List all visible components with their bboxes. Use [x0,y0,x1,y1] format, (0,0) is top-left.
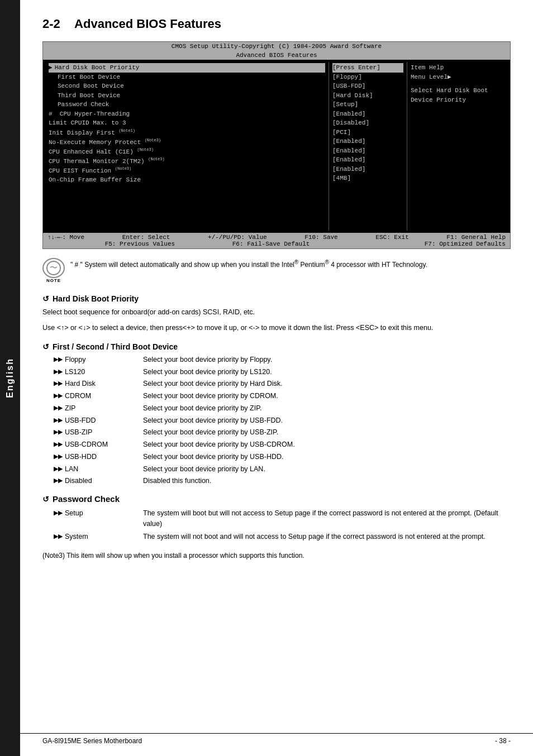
bios-value-password: [Setup] [332,100,403,109]
bios-nav-f10: F10: Save [304,234,337,241]
boot-device-list: ▶▶ Floppy Select your boot device priori… [54,355,511,486]
hard-disk-boot-para1: Select boot sequence for onboard(or add-… [42,307,511,318]
bios-row-password-check[interactable]: Password Check [49,100,325,109]
boot-item-usbhdd: ▶▶ USB-HDD Select your boot device prior… [54,452,511,462]
note-icon: 〜 [42,258,65,278]
hard-disk-boot-para2: Use <↑> or <↓> to select a device, then … [42,322,511,333]
sidebar-label: English [5,358,15,398]
boot-item-usbcdrom: ▶▶ USB-CDROM Select your boot device pri… [54,439,511,450]
bios-header-2: Advanced BIOS Features [43,51,510,60]
footer-left: GA-8I915ME Series Motherboard [42,737,142,745]
password-check-title: Password Check [53,494,120,504]
bios-nav-f7: F7: Optimized Defaults [425,241,506,247]
hard-disk-boot-header: Hard Disk Boot Priority [42,294,511,303]
bios-nav-move: ↑↓→←: Move [47,234,84,241]
bios-help-device-priority: Device Priority [411,95,505,105]
bios-help-menu-level: Menu Level▶ [411,73,505,82]
note-box: 〜 NOTE " # " System will detect automati… [42,258,511,283]
bios-value-cpu-thermal: [Enabled] [332,155,403,165]
footer-right: - 38 - [495,737,511,745]
boot-device-header: First / Second / Third Boot Device [42,342,511,351]
boot-device-title: First / Second / Third Boot Device [53,342,178,351]
bios-nav-f1: F1: General Help [446,234,506,241]
boot-item-ls120: ▶▶ LS120 Select your boot device priorit… [54,367,511,377]
password-check-header: Password Check [42,494,511,504]
bios-footer-row1: ↑↓→←: Move Enter: Select +/-/PU/PD: Valu… [47,234,506,241]
bios-row-hard-disk-boot[interactable]: ▶ Hard Disk Boot Priority [49,63,325,73]
bios-value-first-boot: [Floppy] [332,73,403,82]
bios-value-third-boot: [Hard Disk] [332,91,403,101]
bios-row-hyper-threading[interactable]: # CPU Hyper-Threading [49,109,325,119]
bios-row-limit-cpuid[interactable]: Limit CPUID Max. to 3 [49,118,325,128]
password-system-item: ▶▶ System The system will not boot and w… [54,532,511,542]
section-number: 2-2 [42,17,60,31]
page-footer: GA-8I915ME Series Motherboard - 38 - [20,733,533,745]
bios-help-item-help: Item Help [411,63,505,73]
page-title-text: Advanced BIOS Features [74,17,221,31]
bios-left-column: ▶ Hard Disk Boot Priority First Boot Dev… [45,62,329,231]
bios-header-1: CMOS Setup Utility-Copyright (C) 1984-20… [43,42,510,51]
bios-row-cpu-enhanced-halt[interactable]: CPU Enhanced Halt (C1E) (Note3) [49,147,325,156]
bios-nav-f6: F6: Fail-Save Default [232,241,310,247]
boot-item-disabled: ▶▶ Disabled Disabled this function. [54,476,511,486]
bios-row-init-display[interactable]: Init Display First (Note1) [49,128,325,137]
bios-nav-value: +/-/PU/PD: Value [208,234,267,241]
bios-middle-column: [Press Enter] [Floppy] [USB-FDD] [Hard D… [329,62,407,231]
password-check-list: ▶▶ Setup The system will boot but will n… [54,508,511,542]
bios-value-second-boot: [USB-FDD] [332,82,403,91]
bios-table: CMOS Setup Utility-Copyright (C) 1984-20… [42,41,511,249]
boot-item-floppy: ▶▶ Floppy Select your boot device priori… [54,355,511,365]
bios-body: ▶ Hard Disk Boot Priority First Boot Dev… [43,60,510,233]
bios-row-cpu-thermal[interactable]: CPU Thermal Monitor 2(TM2) (Note3) [49,156,325,166]
bios-nav-select: Enter: Select [122,234,170,241]
note-label: NOTE [46,278,61,283]
bios-value-no-execute: [Enabled] [332,137,403,146]
note-inner: 〜 [46,261,61,275]
bios-footer-row2: F5: Previous Values F6: Fail-Save Defaul… [47,241,506,247]
bios-row-second-boot[interactable]: Second Boot Device [49,82,325,91]
bios-row-no-execute[interactable]: No-Execute Memory Protect (Note3) [49,137,325,147]
bios-value-cpu-enhanced: [Enabled] [332,146,403,156]
bios-value-limit-cpuid: [Disabled] [332,118,403,128]
bios-value-hyper-threading: [Enabled] [332,109,403,119]
boot-item-zip: ▶▶ ZIP Select your boot device priority … [54,403,511,414]
boot-item-harddisk: ▶▶ Hard Disk Select your boot device pri… [54,379,511,389]
main-content: 2-2 Advanced BIOS Features CMOS Setup Ut… [20,0,533,583]
bios-row-on-chip-frame[interactable]: On-Chip Frame Buffer Size [49,175,325,185]
hard-disk-boot-title: Hard Disk Boot Priority [53,294,139,303]
note-text: " # " System will detect automatically a… [70,258,427,270]
bios-nav-esc: ESC: Exit [375,234,408,241]
bios-footer: ↑↓→←: Move Enter: Select +/-/PU/PD: Valu… [43,233,510,248]
bios-help-column: Item Help Menu Level▶ Select Hard Disk B… [407,62,508,231]
bios-value-frame-buffer: [4MB] [332,174,403,183]
boot-item-cdrom: ▶▶ CDROM Select your boot device priorit… [54,391,511,401]
page-title: 2-2 Advanced BIOS Features [42,17,511,31]
note-squiggle-icon: 〜 [50,263,58,273]
bios-value-hard-disk-boot: [Press Enter] [332,63,403,73]
bios-nav-f5: F5: Previous Values [105,241,175,247]
bios-row-cpu-eist[interactable]: CPU EIST Function (Note3) [49,166,325,175]
boot-item-usbfdd: ▶▶ USB-FDD Select your boot device prior… [54,415,511,426]
boot-item-lan: ▶▶ LAN Select your boot device priority … [54,464,511,475]
bios-row-first-boot[interactable]: First Boot Device [49,73,325,82]
bios-row-third-boot[interactable]: Third Boot Device [49,91,325,101]
boot-item-usbzip: ▶▶ USB-ZIP Select your boot device prior… [54,427,511,438]
bios-help-select-hard-disk: Select Hard Disk Boot [411,86,505,95]
note3-text: (Note3) This item will show up when you … [42,551,511,561]
password-setup-item: ▶▶ Setup The system will boot but will n… [54,508,511,529]
bios-value-cpu-eist: [Enabled] [332,165,403,174]
bios-value-init-display: [PCI] [332,128,403,137]
sidebar: English [0,0,20,756]
